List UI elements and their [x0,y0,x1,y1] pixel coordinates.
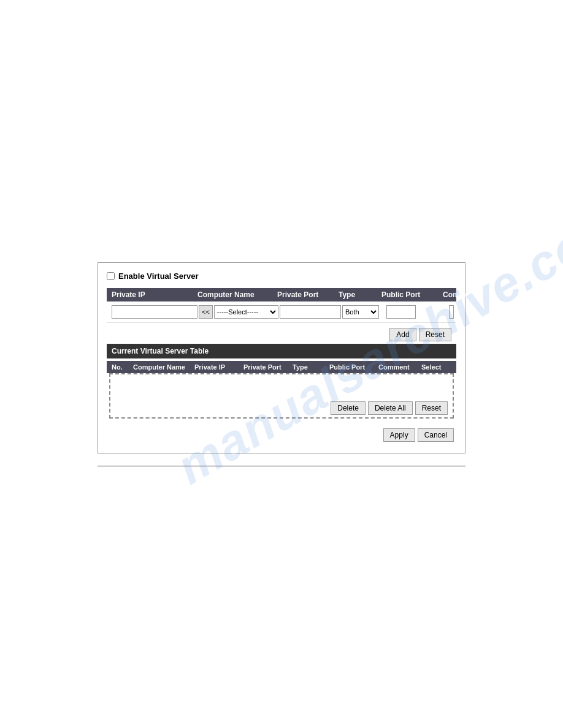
sub-header-comment: Comment [378,363,421,371]
sub-header-computer-name: Computer Name [133,363,194,371]
input-row: << -----Select----- Both TCP UDP [107,301,456,323]
table-header-row: Private IP Computer Name Private Port Ty… [107,288,456,301]
header-computer-name: Computer Name [197,290,277,299]
header-comment: Comment [443,290,477,299]
bottom-action-row: Apply Cancel [107,423,456,444]
main-panel: Enable Virtual Server Private IP Compute… [98,262,465,453]
sub-header-private-ip: Private IP [194,363,243,371]
reset-bottom-button[interactable]: Reset [415,401,448,415]
arrow-button[interactable]: << [199,305,213,319]
header-type: Type [339,290,381,299]
delete-all-button[interactable]: Delete All [368,401,413,415]
page-wrapper: manualsarchive.com Enable Virtual Server… [0,0,563,728]
sub-header-select: Select [421,363,458,371]
table-empty-area [110,374,453,399]
apply-button[interactable]: Apply [383,428,415,442]
public-port-cell [386,305,448,319]
enable-virtual-server-label: Enable Virtual Server [118,271,199,281]
computer-name-select[interactable]: -----Select----- [214,305,278,319]
type-select[interactable]: Both TCP UDP [342,305,379,319]
computer-name-cell: << -----Select----- [199,305,278,319]
private-port-cell [280,305,341,319]
comment-cell [449,305,454,319]
comment-input[interactable] [449,305,454,319]
delete-button[interactable]: Delete [331,401,366,415]
private-ip-input[interactable] [112,305,197,319]
sub-table-header: No. Computer Name Private IP Private Por… [107,361,456,373]
sub-header-public-port: Public Port [329,363,378,371]
header-private-ip: Private IP [112,290,197,299]
sub-header-no: No. [112,363,133,371]
enable-virtual-server-checkbox[interactable] [107,272,115,280]
sub-header-private-port: Private Port [243,363,293,371]
table-body-box: Delete Delete All Reset [109,373,454,419]
current-table-section-header: Current Virtual Server Table [107,344,456,358]
private-port-input[interactable] [280,305,341,319]
type-cell: Both TCP UDP [342,305,385,319]
header-private-port: Private Port [277,290,339,299]
public-port-input[interactable] [386,305,416,319]
sub-header-type: Type [293,363,329,371]
add-button[interactable]: Add [389,328,416,341]
sub-action-row: Delete Delete All Reset [110,399,453,417]
private-ip-cell [112,305,197,319]
reset-top-button[interactable]: Reset [419,328,451,341]
enable-row: Enable Virtual Server [107,271,456,281]
bottom-divider [98,466,465,466]
cancel-button[interactable]: Cancel [418,428,454,442]
header-public-port: Public Port [381,290,443,299]
top-action-row: Add Reset [107,323,456,344]
